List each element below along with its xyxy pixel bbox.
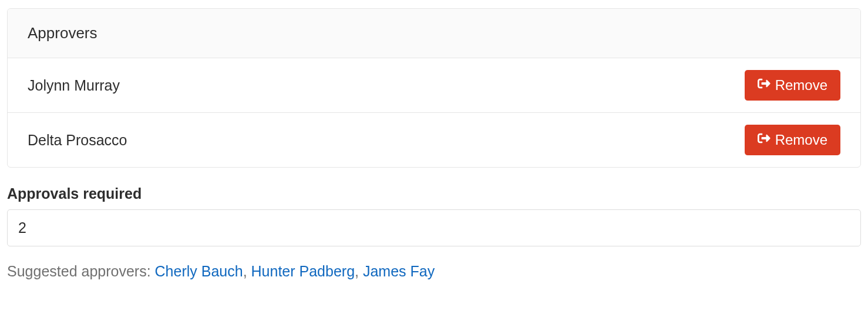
suggested-approver-link[interactable]: Hunter Padberg	[251, 263, 355, 279]
suggested-prefix: Suggested approvers:	[7, 263, 155, 279]
approvals-required-input[interactable]	[7, 209, 861, 246]
approvers-card: Approvers Jolynn Murray Remove Delta Pro…	[7, 8, 861, 168]
sign-out-icon	[758, 77, 771, 94]
remove-button[interactable]: Remove	[745, 70, 840, 101]
remove-button[interactable]: Remove	[745, 125, 840, 155]
approvers-header: Approvers	[8, 9, 860, 58]
approver-row: Delta Prosacco Remove	[8, 113, 860, 167]
approver-name: Jolynn Murray	[28, 77, 120, 94]
approvals-required-label: Approvals required	[7, 185, 861, 202]
remove-button-label: Remove	[775, 77, 827, 94]
separator: ,	[355, 263, 363, 279]
suggested-approver-link[interactable]: James Fay	[363, 263, 435, 279]
approver-row: Jolynn Murray Remove	[8, 58, 860, 113]
suggested-approver-link[interactable]: Cherly Bauch	[155, 263, 243, 279]
suggested-approvers: Suggested approvers: Cherly Bauch, Hunte…	[7, 263, 861, 280]
sign-out-icon	[758, 132, 771, 148]
remove-button-label: Remove	[775, 132, 827, 148]
separator: ,	[243, 263, 251, 279]
approver-name: Delta Prosacco	[28, 132, 127, 149]
